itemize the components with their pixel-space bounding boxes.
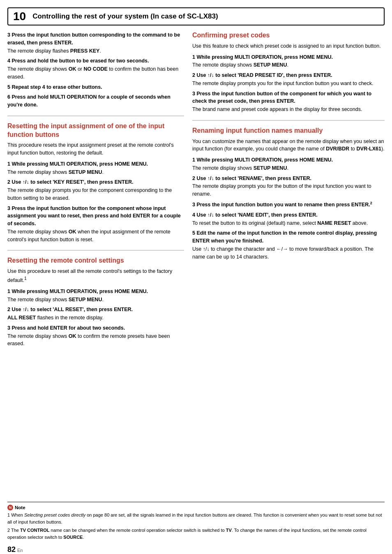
section-rename-intro: You can customize the names that appear … — [192, 138, 385, 153]
confirm-step-2: 2 Use ↑/↓ to select 'READ PRESET ID', th… — [192, 72, 385, 88]
section-reset-input: Resetting the input assignment of one of… — [7, 122, 184, 244]
reset-remote-step-2: 2 Use ↑/↓ to select 'ALL RESET', then pr… — [7, 306, 184, 322]
reset-input-step-1: 1 While pressing MULTI OPERATION, press … — [7, 160, 184, 176]
rename-step-3: 3 Press the input function button you wa… — [192, 201, 385, 209]
rename-step-2: 2 Use ↑/↓ to select 'RENAME', then press… — [192, 175, 385, 198]
page: 10 Controlling the rest of your system (… — [0, 7, 392, 554]
section-reset-input-title: Resetting the input assignment of one of… — [7, 122, 184, 139]
section-reset-input-intro: This procedure resets the input assignme… — [7, 141, 184, 157]
confirm-step-3: 3 Press the input function button of the… — [192, 90, 385, 113]
divider-2 — [7, 250, 184, 251]
rename-step-4: 4 Use ↑/↓ to select 'NAME EDIT', then pr… — [192, 211, 385, 227]
section-rename: Renaming input function names manually Y… — [192, 127, 385, 261]
section-rename-title: Renaming input function names manually — [192, 127, 385, 135]
reset-remote-step-1: 1 While pressing MULTI OPERATION, press … — [7, 288, 184, 304]
page-title: Controlling the rest of your system (In … — [32, 12, 218, 21]
step-6-intro: 6 Press and hold MULTI OPERATION for a c… — [7, 93, 184, 109]
confirm-step-1: 1 While pressing MULTI OPERATION, press … — [192, 53, 385, 69]
footer-note-1: 1 When Selecting preset codes directly o… — [7, 512, 385, 525]
divider-1 — [7, 115, 184, 116]
intro-steps: 3 Press the input function button corres… — [7, 31, 184, 109]
reset-remote-step-3: 3 Press and hold ENTER for about two sec… — [7, 324, 184, 348]
rename-step-1: 1 While pressing MULTI OPERATION, press … — [192, 156, 385, 172]
chapter-number: 10 — [13, 11, 26, 22]
main-content: 3 Press the input function button corres… — [7, 25, 385, 354]
step-3-intro: 3 Press the input function button corres… — [7, 31, 184, 55]
rename-step-5: 5 Edit the name of the input function in… — [192, 229, 385, 261]
section-confirm-intro: Use this feature to check which preset c… — [192, 42, 385, 50]
step-5-intro: 5 Repeat step 4 to erase other buttons. — [7, 83, 184, 91]
step-4-intro: 4 Press and hold the button to be erased… — [7, 57, 184, 81]
reset-input-step-2: 2 Use ↑/↓ to select 'KEY RESET', then pr… — [7, 178, 184, 202]
section-reset-remote-intro: Use this procedure to reset all the remo… — [7, 268, 184, 284]
page-number: 82 — [7, 545, 16, 554]
footer-note-2: 2 The TV CONTROL name can be changed whe… — [7, 527, 385, 540]
section-reset-remote-title: Resetting the remote control settings — [7, 256, 184, 265]
page-lang: En — [17, 548, 23, 553]
section-confirm: Confirming preset codes Use this feature… — [192, 31, 385, 113]
right-column: Confirming preset codes Use this feature… — [192, 31, 385, 354]
divider-3 — [192, 120, 385, 121]
section-confirm-title: Confirming preset codes — [192, 31, 385, 40]
reset-input-step-3: 3 Press the input function button for th… — [7, 205, 184, 244]
note-icon: N — [7, 505, 13, 510]
footer-notes: N Note 1 When Selecting preset codes dir… — [7, 502, 385, 554]
note-label: N Note — [7, 505, 385, 510]
page-header: 10 Controlling the rest of your system (… — [7, 7, 385, 25]
section-reset-remote: Resetting the remote control settings Us… — [7, 256, 184, 348]
left-column: 3 Press the input function button corres… — [7, 31, 184, 354]
